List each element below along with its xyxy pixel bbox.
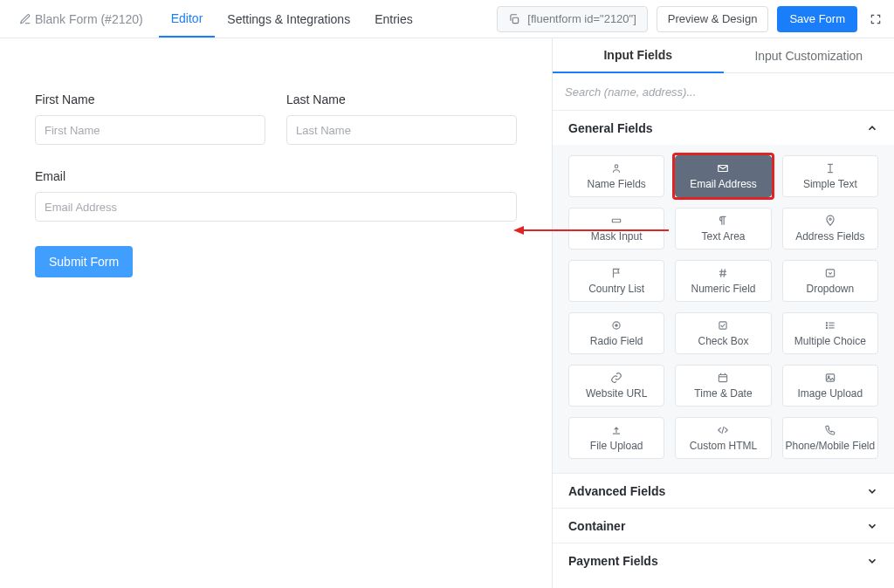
expand-icon <box>870 13 882 25</box>
chevron-down-icon <box>866 485 878 497</box>
tile-dropdown[interactable]: Dropdown <box>782 260 878 302</box>
name-row: First Name Last Name <box>35 92 517 145</box>
phone-icon <box>824 424 836 436</box>
tile-phone-field[interactable]: Phone/Mobile Field <box>782 417 878 459</box>
section-container-label: Container <box>568 519 625 533</box>
section-payment[interactable]: Payment Fields <box>553 543 894 578</box>
chevron-in-box-icon <box>824 267 836 279</box>
collapsed-sections: Advanced Fields Container Payment Fields <box>553 473 894 578</box>
svg-point-13 <box>615 325 617 326</box>
tile-textarea[interactable]: Text Area <box>675 208 771 250</box>
tile-name-fields[interactable]: Name Fields <box>568 155 664 197</box>
checkbox-icon <box>717 319 729 332</box>
svg-line-10 <box>725 269 726 277</box>
form-canvas: First Name Last Name Email Submit Form <box>0 38 552 588</box>
general-fields-grid: Name Fields Email Address Simple Text Ma… <box>553 145 894 473</box>
pencil-icon <box>19 13 31 25</box>
tile-time-date[interactable]: Time & Date <box>675 365 771 407</box>
list-check-icon <box>824 319 836 332</box>
chevron-down-icon <box>866 555 878 567</box>
user-icon <box>610 162 622 174</box>
svg-rect-0 <box>513 17 519 23</box>
envelope-icon <box>717 162 729 174</box>
tile-multiple-choice[interactable]: Multiple Choice <box>782 312 878 354</box>
hash-icon <box>717 267 729 279</box>
tile-email-address[interactable]: Email Address <box>675 155 771 197</box>
link-icon <box>610 372 622 384</box>
copy-icon <box>508 13 520 25</box>
tab-settings-integrations[interactable]: Settings & Integrations <box>215 0 362 38</box>
top-left: Blank Form (#2120) Editor Settings & Int… <box>19 0 425 38</box>
tile-file-upload[interactable]: File Upload <box>568 417 664 459</box>
tab-entries[interactable]: Entries <box>362 0 425 38</box>
tile-custom-html[interactable]: Custom HTML <box>675 417 771 459</box>
flag-icon <box>610 267 622 279</box>
tab-input-customization[interactable]: Input Customization <box>724 38 895 73</box>
section-advanced-label: Advanced Fields <box>568 484 665 498</box>
svg-point-18 <box>826 323 827 324</box>
image-icon <box>824 372 836 384</box>
calendar-icon <box>717 372 729 384</box>
sidebar-tabs: Input Fields Input Customization <box>553 38 894 73</box>
last-name-label: Last Name <box>286 92 517 106</box>
section-container[interactable]: Container <box>553 508 894 543</box>
tab-editor[interactable]: Editor <box>159 0 216 38</box>
tile-checkbox[interactable]: Check Box <box>675 312 771 354</box>
sidebar-search-wrap <box>553 73 894 110</box>
first-name-field: First Name <box>35 92 265 145</box>
save-form-button[interactable]: Save Form <box>777 6 857 32</box>
top-right: [fluentform id="2120"] Preview & Design … <box>497 6 885 32</box>
text-cursor-icon <box>824 162 836 174</box>
upload-icon <box>610 424 622 436</box>
header-tabs: Editor Settings & Integrations Entries <box>159 0 425 38</box>
main-area: First Name Last Name Email Submit Form I… <box>0 38 894 588</box>
tile-image-upload[interactable]: Image Upload <box>782 365 878 407</box>
sidebar-panel: Input Fields Input Customization General… <box>552 38 894 588</box>
tile-simple-text[interactable]: Simple Text <box>782 155 878 197</box>
email-input[interactable] <box>35 192 517 222</box>
svg-rect-25 <box>826 374 834 381</box>
last-name-field: Last Name <box>286 92 517 145</box>
sidebar-search-input[interactable] <box>565 85 882 99</box>
svg-line-27 <box>722 427 724 434</box>
tile-address-fields[interactable]: Address Fields <box>782 208 878 250</box>
rectangle-dash-icon <box>610 215 622 227</box>
fullscreen-toggle[interactable] <box>866 13 885 25</box>
svg-point-3 <box>615 165 618 168</box>
svg-point-20 <box>826 327 827 328</box>
tile-numeric-field[interactable]: Numeric Field <box>675 260 771 302</box>
tile-radio-field[interactable]: Radio Field <box>568 312 664 354</box>
svg-marker-2 <box>513 226 524 235</box>
chevron-down-icon <box>866 520 878 532</box>
svg-rect-11 <box>826 270 834 277</box>
top-bar: Blank Form (#2120) Editor Settings & Int… <box>0 0 894 38</box>
location-pin-icon <box>824 215 836 227</box>
svg-line-9 <box>721 269 722 277</box>
section-general-label: General Fields <box>568 121 652 135</box>
section-payment-label: Payment Fields <box>568 554 658 568</box>
preview-design-button[interactable]: Preview & Design <box>657 6 769 32</box>
svg-rect-21 <box>719 375 727 382</box>
section-general-fields[interactable]: General Fields <box>553 110 894 145</box>
code-icon <box>717 424 729 436</box>
annotation-highlight <box>672 153 774 200</box>
svg-rect-14 <box>719 322 726 329</box>
form-title[interactable]: Blank Form (#2120) <box>19 12 143 26</box>
submit-form-button[interactable]: Submit Form <box>35 246 133 277</box>
tile-mask-input[interactable]: Mask Input <box>568 208 664 250</box>
shortcode-display[interactable]: [fluentform id="2120"] <box>497 6 648 32</box>
email-field: Email <box>35 169 517 222</box>
svg-rect-5 <box>612 219 620 222</box>
svg-point-19 <box>826 325 827 325</box>
tile-website-url[interactable]: Website URL <box>568 365 664 407</box>
first-name-input[interactable] <box>35 115 265 145</box>
tile-country-list[interactable]: Country List <box>568 260 664 302</box>
section-advanced-fields[interactable]: Advanced Fields <box>553 473 894 508</box>
last-name-input[interactable] <box>286 115 517 145</box>
svg-point-6 <box>829 218 831 220</box>
chevron-up-icon <box>866 122 878 134</box>
email-label: Email <box>35 169 517 183</box>
tab-input-fields[interactable]: Input Fields <box>553 38 724 73</box>
paragraph-icon <box>717 215 729 227</box>
shortcode-text: [fluentform id="2120"] <box>527 12 636 25</box>
